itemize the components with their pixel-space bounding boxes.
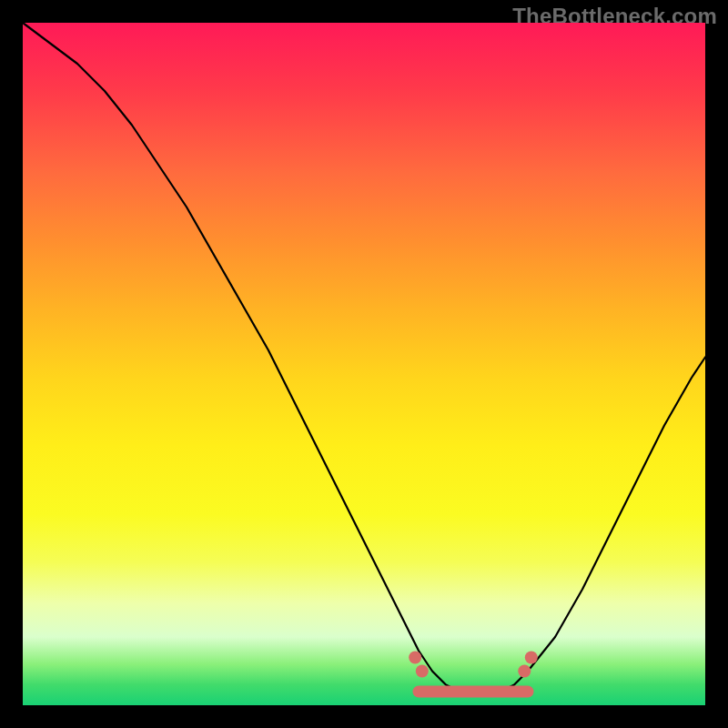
chart-svg bbox=[23, 23, 705, 705]
bottleneck-curve bbox=[23, 23, 705, 693]
highlight-dot bbox=[525, 652, 538, 664]
chart-frame: TheBottleneck.com bbox=[0, 0, 728, 728]
highlight-dot bbox=[416, 665, 429, 678]
highlight-dot bbox=[518, 665, 531, 678]
plot-area bbox=[23, 23, 705, 705]
highlight-dot bbox=[409, 652, 421, 664]
